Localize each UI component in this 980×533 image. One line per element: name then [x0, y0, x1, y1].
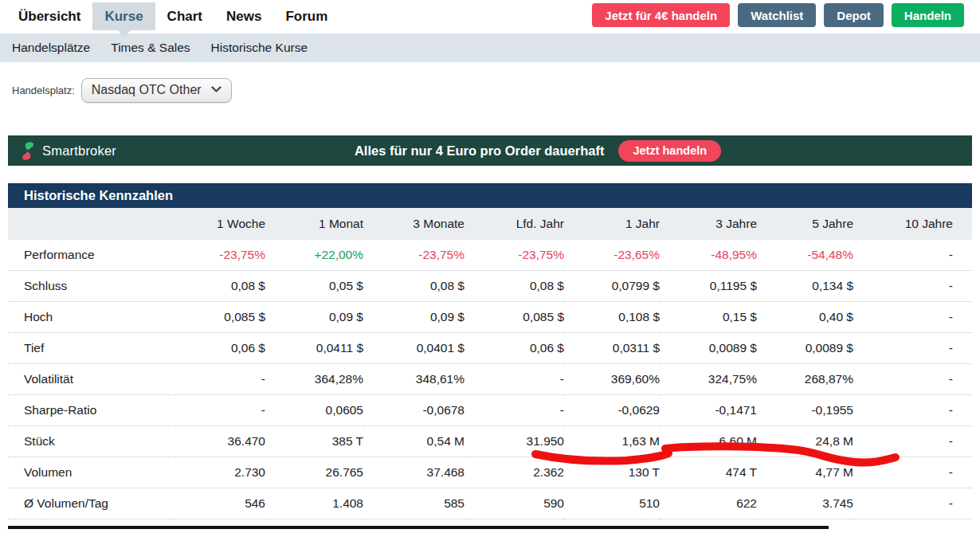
table-row: Hoch0,085 $0,09 $0,09 $0,085 $0,108 $0,1…	[8, 302, 972, 333]
table-row: Schluss0,08 $0,05 $0,08 $0,08 $0,0799 $0…	[8, 271, 972, 302]
handeln-button[interactable]: Handeln	[892, 3, 964, 27]
secondary-nav: Handelsplätze Times & Sales Historische …	[0, 33, 980, 62]
value-cell: 0,08 $	[363, 271, 465, 302]
table-row: Volatilität-364,28%348,61%-369,60%324,75…	[8, 364, 972, 395]
tab-kurse[interactable]: Kurse	[92, 2, 155, 30]
trade-now-button[interactable]: Jetzt für 4€ handeln	[592, 3, 730, 27]
value-cell: 3.745	[757, 488, 853, 519]
row-label: Tief	[8, 333, 175, 364]
value-cell: 474 T	[660, 457, 757, 488]
smartbroker-brand: Smartbroker	[21, 141, 116, 161]
tab-uebersicht[interactable]: Übersicht	[6, 2, 92, 30]
nav-actions: Jetzt für 4€ handeln Watchlist Depot Han…	[592, 0, 980, 30]
value-cell: -	[853, 240, 972, 271]
value-cell: 268,87%	[757, 364, 853, 395]
header-cell: 1 Jahr	[564, 208, 660, 240]
row-label: Schluss	[8, 271, 175, 302]
value-cell: +22,00%	[265, 240, 363, 271]
market-select-value: Nasdaq OTC Other	[92, 83, 202, 97]
smartbroker-logo-icon	[21, 141, 35, 161]
value-cell: -	[853, 302, 972, 333]
value-cell: -48,95%	[660, 240, 757, 271]
smartbroker-banner: Smartbroker Alles für nur 4 Euro pro Ord…	[8, 135, 972, 166]
table-row: Performance-23,75%+22,00%-23,75%-23,75%-…	[8, 240, 972, 271]
subnav-item-handelsplaetze[interactable]: Handelsplätze	[12, 41, 90, 55]
header-cell: 5 Jahre	[757, 208, 853, 240]
value-cell: -	[175, 364, 265, 395]
value-cell: -	[853, 426, 972, 457]
smartbroker-brand-name: Smartbroker	[42, 143, 116, 159]
tab-forum[interactable]: Forum	[273, 2, 339, 30]
value-cell: 0,06 $	[465, 333, 564, 364]
value-cell: 0,09 $	[363, 302, 465, 333]
tab-news[interactable]: News	[214, 2, 273, 30]
value-cell: -0,0678	[363, 395, 465, 426]
header-cell: 1 Woche	[175, 208, 265, 240]
value-cell: -0,1955	[757, 395, 853, 426]
value-cell: 2.730	[175, 457, 265, 488]
value-cell: 510	[564, 488, 660, 519]
row-label: Volatilität	[8, 364, 175, 395]
value-cell: 24,8 M	[757, 426, 853, 457]
row-label: Hoch	[8, 302, 175, 333]
value-cell: -	[853, 271, 972, 302]
value-cell: 37.468	[363, 457, 465, 488]
header-cell: 10 Jahre	[853, 208, 972, 240]
row-label: Performance	[8, 240, 175, 271]
value-cell: -54,48%	[757, 240, 853, 271]
value-cell: 348,61%	[363, 364, 465, 395]
value-cell: -	[853, 488, 972, 519]
row-label: Sharpe-Ratio	[8, 395, 175, 426]
market-select-label: Handelsplatz:	[12, 84, 75, 96]
panel-title: Historische Kennzahlen	[8, 183, 972, 208]
value-cell: -	[175, 395, 265, 426]
value-cell: 0,134 $	[757, 271, 853, 302]
value-cell: -	[853, 395, 972, 426]
value-cell: 0,0089 $	[660, 333, 757, 364]
banner-message-group: Alles für nur 4 Euro pro Order dauerhaft…	[116, 140, 959, 162]
tab-chart[interactable]: Chart	[155, 2, 214, 30]
value-cell: 6,60 M	[660, 426, 757, 457]
depot-button[interactable]: Depot	[824, 3, 884, 27]
table-row: Ø Volumen/Tag5461.4085855905106223.745-	[8, 488, 972, 519]
table-row: Volumen2.73026.76537.4682.362130 T474 T4…	[8, 457, 972, 488]
value-cell: 0,08 $	[465, 271, 564, 302]
header-cell: 3 Jahre	[660, 208, 757, 240]
banner-message: Alles für nur 4 Euro pro Order dauerhaft	[355, 143, 605, 159]
value-cell: 0,0089 $	[757, 333, 853, 364]
watchlist-button[interactable]: Watchlist	[738, 3, 816, 27]
value-cell: 0,09 $	[265, 302, 363, 333]
subnav-item-historische-kurse[interactable]: Historische Kurse	[211, 41, 308, 55]
value-cell: 36.470	[175, 426, 265, 457]
value-cell: -	[853, 457, 972, 488]
value-cell: 0,54 M	[363, 426, 465, 457]
key-figures-panel: Historische Kennzahlen 1 Woche 1 Monat 3…	[8, 183, 972, 519]
value-cell: 590	[465, 488, 564, 519]
market-select-row: Handelsplatz: Nasdaq OTC Other	[12, 76, 980, 104]
value-cell: 369,60%	[564, 364, 660, 395]
market-select[interactable]: Nasdaq OTC Other	[81, 78, 232, 103]
row-label: Stück	[8, 426, 175, 457]
header-cell: Lfd. Jahr	[465, 208, 564, 240]
key-figures-table: 1 Woche 1 Monat 3 Monate Lfd. Jahr 1 Jah…	[8, 208, 972, 519]
banner-cta-button[interactable]: Jetzt handeln	[618, 140, 721, 162]
value-cell: 0,0401 $	[363, 333, 465, 364]
value-cell: 1.408	[265, 488, 363, 519]
value-cell: -23,75%	[465, 240, 564, 271]
value-cell: 2.362	[465, 457, 564, 488]
value-cell: 0,0605	[265, 395, 363, 426]
value-cell: -23,75%	[175, 240, 265, 271]
value-cell: 0,08 $	[175, 271, 265, 302]
table-row: Sharpe-Ratio-0,0605-0,0678--0,0629-0,147…	[8, 395, 972, 426]
row-label: Volumen	[8, 457, 175, 488]
table-row: Tief0,06 $0,0411 $0,0401 $0,06 $0,0311 $…	[8, 333, 972, 364]
value-cell: -0,1471	[660, 395, 757, 426]
value-cell: 0,05 $	[265, 271, 363, 302]
value-cell: 0,0411 $	[265, 333, 363, 364]
value-cell: 0,06 $	[175, 333, 265, 364]
value-cell: 0,085 $	[175, 302, 265, 333]
value-cell: -23,75%	[363, 240, 465, 271]
value-cell: 585	[363, 488, 465, 519]
value-cell: -	[853, 364, 972, 395]
value-cell: -	[465, 364, 564, 395]
